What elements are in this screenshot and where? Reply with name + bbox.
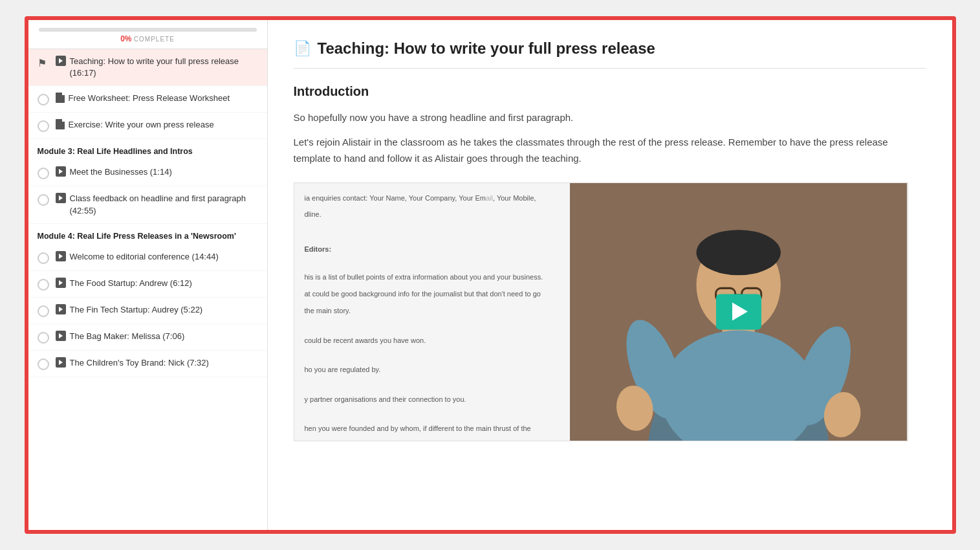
sidebar-item-label: Class feedback on headline and first par… — [70, 193, 258, 216]
section-title: Introduction — [294, 84, 926, 99]
video-icon — [56, 357, 66, 368]
sidebar-item-class-feedback[interactable]: Class feedback on headline and first par… — [28, 186, 267, 223]
main-content: 📄 Teaching: How to write your full press… — [268, 20, 952, 530]
module3-header: Module 3: Real Life Headlines and Intros — [28, 139, 267, 160]
doc-line-9: hen you were founded and by whom, if dif… — [305, 423, 560, 435]
sidebar-item-childrens-toy[interactable]: The Children's Toy Brand: Nick (7:32) — [28, 351, 267, 377]
sidebar-item-free-worksheet[interactable]: Free Worksheet: Press Release Worksheet — [28, 86, 267, 113]
doc-icon — [56, 119, 65, 129]
circle-icon — [38, 94, 49, 105]
sidebar-item-label: Meet the Businesses (1:14) — [70, 166, 172, 178]
sidebar-item-label: The Fin Tech Startup: Audrey (5:22) — [70, 304, 203, 316]
video-icon — [56, 278, 66, 288]
circle-icon — [38, 252, 49, 264]
circle-icon — [38, 120, 49, 132]
bookmark-icon: ⚑ — [38, 57, 49, 69]
doc-line-8: y partner organisations and their connec… — [305, 393, 560, 406]
doc-line-4: at could be good background info for the… — [305, 288, 560, 301]
doc-line-1: ia enquiries contact: Your Name, Your Co… — [305, 192, 560, 205]
svg-point-11 — [697, 230, 781, 275]
video-player[interactable]: ia enquiries contact: Your Name, Your Co… — [294, 182, 908, 441]
progress-label: 0% COMPLETE — [39, 34, 257, 43]
video-icon — [56, 251, 66, 261]
doc-line-10: ry. — [305, 439, 560, 440]
complete-text: COMPLETE — [134, 36, 175, 43]
page-title-row: 📄 Teaching: How to write your full press… — [294, 39, 926, 69]
circle-icon — [38, 358, 49, 370]
sidebar-item-label: Teaching: How to write your full press r… — [70, 56, 258, 79]
doc-editors-label: Editors: — [305, 243, 560, 256]
video-icon — [56, 166, 66, 177]
play-triangle-icon — [732, 303, 748, 321]
doc-line-2: dline. — [305, 208, 560, 221]
video-icon — [56, 193, 66, 203]
doc-line-3: his is a list of bullet points of extra … — [305, 271, 560, 284]
doc-icon — [56, 93, 65, 103]
doc-line-7: ho you are regulated by. — [305, 364, 560, 377]
circle-icon — [38, 305, 49, 317]
intro-paragraph-2: Let's rejoin Alistair in the classroom a… — [294, 134, 926, 167]
circle-icon — [38, 168, 49, 179]
progress-track — [39, 28, 257, 32]
sidebar-item-label: The Food Startup: Andrew (6:12) — [70, 278, 192, 289]
progress-percent: 0% — [120, 34, 131, 43]
sidebar-item-exercise[interactable]: Exercise: Write your own press release — [28, 113, 267, 139]
video-icon — [56, 331, 66, 341]
sidebar-item-fin-tech[interactable]: The Fin Tech Startup: Audrey (5:22) — [28, 298, 267, 324]
video-document-preview: ia enquiries contact: Your Name, Your Co… — [294, 183, 571, 441]
circle-icon — [38, 332, 49, 344]
sidebar: 0% COMPLETE ⚑ Teaching: How to write you… — [28, 20, 268, 530]
app-frame: 0% COMPLETE ⚑ Teaching: How to write you… — [25, 16, 956, 534]
sidebar-item-teaching-full[interactable]: ⚑ Teaching: How to write your full press… — [28, 49, 267, 86]
circle-icon — [38, 279, 49, 291]
sidebar-item-welcome-editorial[interactable]: Welcome to editorial conference (14:44) — [28, 245, 267, 271]
sidebar-item-label: The Bag Maker: Melissa (7:06) — [70, 331, 185, 342]
module4-header: Module 4: Real Life Press Releases in a … — [28, 224, 267, 245]
document-title-icon: 📄 — [294, 40, 311, 57]
sidebar-item-food-startup[interactable]: The Food Startup: Andrew (6:12) — [28, 271, 267, 298]
video-icon — [56, 56, 66, 66]
circle-icon — [38, 194, 49, 206]
play-button[interactable] — [716, 294, 761, 329]
sidebar-item-label: The Children's Toy Brand: Nick (7:32) — [70, 357, 209, 369]
video-frame[interactable] — [570, 183, 907, 441]
sidebar-item-meet-businesses[interactable]: Meet the Businesses (1:14) — [28, 160, 267, 186]
intro-paragraph-1: So hopefully now you have a strong headl… — [294, 109, 926, 126]
sidebar-item-label: Free Worksheet: Press Release Worksheet — [69, 93, 230, 104]
doc-line-6: could be recent awards you have won. — [305, 335, 560, 347]
doc-line-5: the main story. — [305, 305, 560, 318]
page-title: Teaching: How to write your full press r… — [318, 39, 655, 58]
progress-section: 0% COMPLETE — [28, 20, 267, 49]
sidebar-item-bag-maker[interactable]: The Bag Maker: Melissa (7:06) — [28, 324, 267, 351]
sidebar-item-label: Welcome to editorial conference (14:44) — [70, 251, 219, 263]
sidebar-item-label: Exercise: Write your own press release — [69, 119, 214, 131]
video-icon — [56, 304, 66, 314]
